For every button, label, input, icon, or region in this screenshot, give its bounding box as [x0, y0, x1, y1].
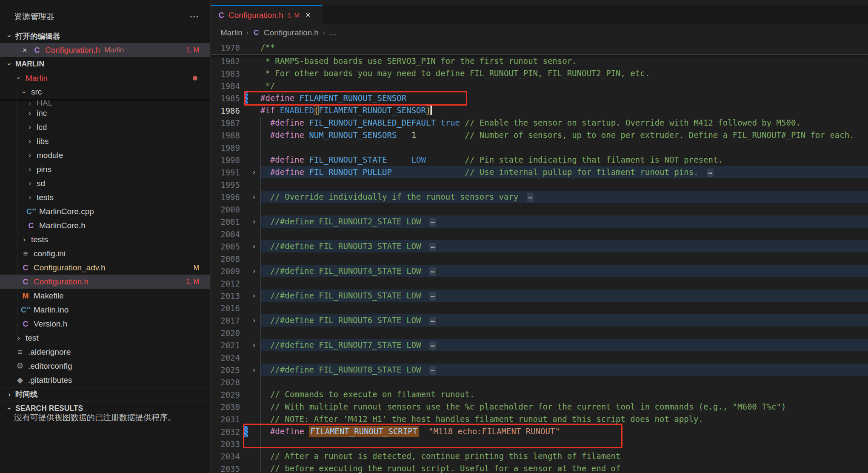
folded-ellipsis-icon[interactable]: ⋯ — [429, 292, 436, 301]
tree-file-.aiderignore[interactable]: ≡.aiderignore — [0, 345, 210, 359]
line-number[interactable]: 1995 — [211, 180, 240, 189]
code-line-text[interactable] — [260, 277, 868, 290]
line-number[interactable]: 2013 — [211, 291, 240, 301]
code-line-2020[interactable]: 2020 — [211, 327, 868, 339]
line-number[interactable]: 1984 — [211, 81, 240, 91]
tree-file-Makefile[interactable]: MMakefile — [0, 289, 210, 303]
line-number[interactable]: 2000 — [211, 205, 240, 214]
code-line-2000[interactable]: 2000 — [211, 203, 868, 215]
tree-folder-lcd[interactable]: ›lcd — [0, 120, 210, 134]
folded-ellipsis-icon[interactable]: ⋯ — [429, 267, 436, 276]
code-line-text[interactable] — [260, 302, 868, 314]
tree-folder-test[interactable]: ›test — [0, 331, 210, 345]
fold-chevron-icon[interactable]: › — [248, 341, 260, 349]
code-line-text[interactable] — [260, 178, 868, 191]
code-line-text[interactable]: //#define FIL_RUNOUT6_STATE LOW ⋯ — [260, 314, 868, 327]
code-line-text[interactable]: // With multiple runout sensors use the … — [260, 401, 868, 413]
fold-chevron-icon[interactable]: › — [248, 366, 260, 374]
tree-folder-Marlin[interactable]: ›Marlin — [0, 71, 210, 85]
open-editors-header[interactable]: › 打开的编辑器 — [0, 29, 210, 43]
close-icon[interactable]: × — [20, 46, 29, 55]
breadcrumb-file[interactable]: Configuration.h — [264, 28, 319, 37]
code-line-1985[interactable]: 1985#define FILAMENT_RUNOUT_SENSOR — [211, 92, 868, 104]
code-line-2004[interactable]: 2004 — [211, 228, 868, 240]
code-line-2032[interactable]: 2032 #define FILAMENT_RUNOUT_SCRIPT "M11… — [211, 425, 868, 438]
folded-ellipsis-icon[interactable]: ⋯ — [429, 366, 436, 375]
code-line-text[interactable] — [260, 252, 868, 265]
code-line-2028[interactable]: 2028 — [211, 376, 868, 388]
line-number[interactable]: 1990 — [211, 155, 240, 165]
line-number[interactable]: 1989 — [211, 143, 240, 152]
tree-file-Configuration_adv.h[interactable]: CConfiguration_adv.hM — [0, 261, 210, 275]
code-line-text[interactable] — [260, 438, 868, 450]
line-number[interactable]: 2034 — [211, 452, 240, 461]
tree-folder-HAL[interactable]: ›HAL — [0, 99, 210, 106]
code-line-text[interactable]: /** — [260, 41, 868, 54]
code-line-1995[interactable]: 1995 — [211, 178, 868, 191]
code-line-1989[interactable]: 1989 — [211, 141, 868, 154]
line-number[interactable]: 1987 — [211, 118, 240, 128]
tree-folder-pins[interactable]: ›pins — [0, 162, 210, 176]
tree-file-.gitattributes[interactable]: ◆.gitattributes — [0, 373, 210, 387]
code-line-text[interactable]: // Override individually if the runout s… — [260, 191, 868, 203]
code-line-1983[interactable]: 1983 * For other boards you may need to … — [211, 67, 868, 80]
breadcrumb-folder[interactable]: Marlin — [220, 28, 243, 37]
line-number[interactable]: 2016 — [211, 304, 240, 313]
line-number[interactable]: 2017 — [211, 316, 240, 325]
code-line-2013[interactable]: 2013› //#define FIL_RUNOUT5_STATE LOW ⋯ — [211, 290, 868, 302]
tree-file-Configuration.h[interactable]: CConfiguration.h1, M — [0, 275, 210, 289]
code-line-text[interactable] — [260, 327, 868, 339]
code-line-2012[interactable]: 2012 — [211, 277, 868, 290]
code-line-2009[interactable]: 2009› //#define FIL_RUNOUT4_STATE LOW ⋯ — [211, 265, 868, 277]
line-number[interactable]: 1996 — [211, 192, 240, 202]
line-number[interactable]: 2008 — [211, 254, 240, 264]
code-line-1986[interactable]: 1986#if ENABLED(FILAMENT_RUNOUT_SENSOR) — [211, 104, 868, 117]
code-line-1987[interactable]: 1987 #define FIL_RUNOUT_ENABLED_DEFAULT … — [211, 117, 868, 129]
code-line-2034[interactable]: 2034 // After a runout is detected, cont… — [211, 450, 868, 462]
folded-ellipsis-icon[interactable]: ⋯ — [527, 193, 534, 202]
code-line-2031[interactable]: 2031 // NOTE: After 'M412 H1' the host h… — [211, 413, 868, 425]
line-number[interactable]: 2033 — [211, 439, 240, 449]
line-number[interactable]: 2029 — [211, 390, 240, 399]
tree-folder-module[interactable]: ›module — [0, 148, 210, 162]
open-editor-item[interactable]: × C Configuration.h Marlin 1, M — [0, 43, 210, 57]
fold-chevron-icon[interactable]: › — [248, 316, 260, 324]
code-line-2008[interactable]: 2008 — [211, 252, 868, 265]
line-number[interactable]: 1983 — [211, 69, 240, 78]
code-line-text[interactable]: * For other boards you may need to defin… — [260, 67, 868, 80]
workspace-root-header[interactable]: › MARLIN — [0, 57, 210, 71]
tree-folder-sd[interactable]: ›sd — [0, 176, 210, 190]
code-line-2033[interactable]: 2033 — [211, 438, 868, 450]
folded-ellipsis-icon[interactable]: ⋯ — [429, 341, 436, 350]
folded-ellipsis-icon[interactable]: ⋯ — [429, 218, 436, 226]
code-line-1990[interactable]: 1990 #define FIL_RUNOUT_STATE LOW // Pin… — [211, 154, 868, 166]
code-line-text[interactable]: //#define FIL_RUNOUT2_STATE LOW ⋯ — [260, 215, 868, 228]
code-line-text[interactable]: #define FILAMENT_RUNOUT_SCRIPT "M118 ech… — [260, 425, 868, 438]
tree-file-config.ini[interactable]: ≡config.ini — [0, 247, 210, 261]
code-line-text[interactable] — [260, 228, 868, 240]
tree-file-Marlin.ino[interactable]: C++Marlin.ino — [0, 303, 210, 317]
line-number[interactable]: 2028 — [211, 378, 240, 387]
breadcrumb-symbol-ellipsis[interactable]: … — [328, 28, 337, 37]
line-number[interactable]: 2035 — [211, 464, 240, 473]
tree-folder-inc[interactable]: ›inc — [0, 106, 210, 120]
code-line-1970[interactable]: 1970/** — [211, 41, 868, 55]
line-number[interactable]: 2005 — [211, 242, 240, 251]
code-line-text[interactable] — [260, 203, 868, 215]
code-line-text[interactable]: #define NUM_RUNOUT_SENSORS 1 // Number o… — [260, 129, 868, 141]
fold-chevron-icon[interactable]: › — [248, 242, 260, 250]
line-number[interactable]: 2030 — [211, 402, 240, 412]
code-line-text[interactable]: */ — [260, 80, 868, 92]
code-line-text[interactable] — [260, 141, 868, 154]
timeline-section-header[interactable]: › 时间线 — [0, 387, 210, 401]
code-line-text[interactable]: #if ENABLED(FILAMENT_RUNOUT_SENSOR) — [260, 104, 868, 117]
code-line-text[interactable] — [260, 376, 868, 388]
folded-ellipsis-icon[interactable]: ⋯ — [429, 243, 436, 251]
code-line-text[interactable]: #define FILAMENT_RUNOUT_SENSOR — [260, 92, 868, 104]
fold-chevron-icon[interactable]: › — [248, 292, 260, 300]
code-line-2029[interactable]: 2029 // Commands to execute on filament … — [211, 388, 868, 401]
fold-chevron-icon[interactable]: › — [248, 218, 260, 226]
code-line-2024[interactable]: 2024 — [211, 351, 868, 364]
code-line-2017[interactable]: 2017› //#define FIL_RUNOUT6_STATE LOW ⋯ — [211, 314, 868, 327]
tree-folder-libs[interactable]: ›libs — [0, 134, 210, 148]
